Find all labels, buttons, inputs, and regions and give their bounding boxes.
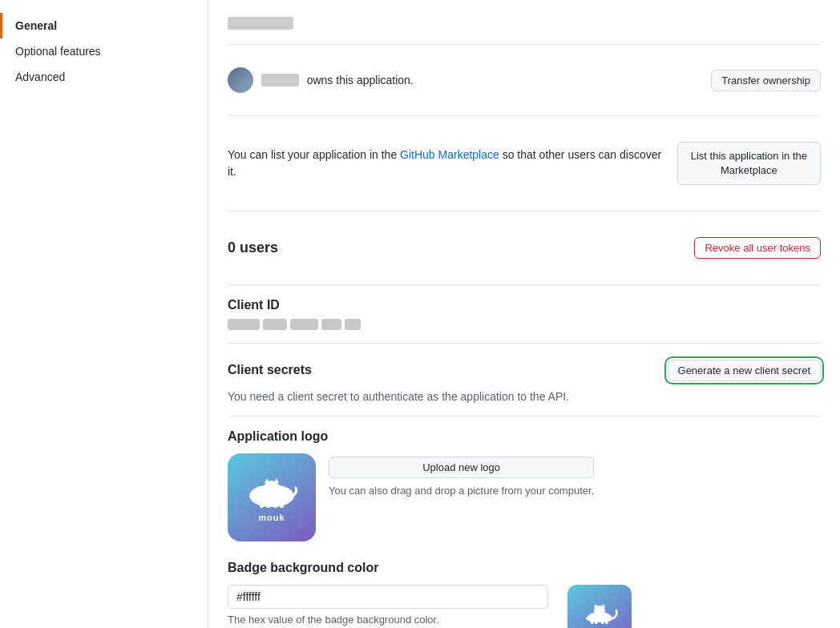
main-content: owns this application. Transfer ownershi… [208,0,840,628]
badge-preview: mouk [567,585,632,628]
marketplace-section: You can list your application in the Git… [228,129,821,198]
client-secrets-desc: You need a client secret to authenticate… [228,390,821,403]
badge-label: Badge background color [228,561,821,575]
list-marketplace-button[interactable]: List this application in the Marketplace [677,142,821,185]
svg-rect-13 [595,620,598,624]
marketplace-desc-prefix: You can list your application in the [228,148,400,161]
sidebar-item-general[interactable]: General [0,13,208,38]
logo-upload-area: mouk Upload new logo You can also drag a… [228,453,821,541]
logo-cat-icon [244,473,300,509]
svg-marker-4 [274,478,279,483]
client-id-section: Client ID [228,298,821,330]
app-title-blurred [228,17,293,30]
divider-5 [228,343,821,344]
svg-rect-15 [605,620,608,624]
client-secrets-row: Client secrets Generate a new client sec… [228,356,821,384]
transfer-ownership-button[interactable]: Transfer ownership [711,70,821,91]
svg-marker-3 [265,478,269,483]
badge-cat-icon [580,601,620,625]
upload-logo-button[interactable]: Upload new logo [329,457,594,478]
divider-2 [228,115,821,116]
badge-row: #ffffff The hex value of the badge backg… [228,585,821,628]
svg-marker-11 [601,604,605,607]
badge-section: Badge background color #ffffff The hex v… [228,561,821,628]
application-logo-section: Application logo [228,429,821,541]
svg-rect-7 [273,501,277,508]
divider-3 [228,211,821,211]
svg-rect-8 [280,501,284,508]
ownership-left: owns this application. [228,67,414,93]
owner-name-blurred [261,74,299,87]
avatar [228,67,253,93]
generate-client-secret-button[interactable]: Generate a new client secret [668,360,821,381]
sidebar-item-optional-features[interactable]: Optional features [0,38,208,64]
owns-text: owns this application. [307,74,414,87]
svg-rect-5 [260,501,264,508]
badge-hint: The hex value of the badge background co… [228,614,548,626]
sidebar: General Optional features Advanced [0,0,208,628]
svg-rect-6 [266,501,270,508]
badge-input-wrapper: #ffffff The hex value of the badge backg… [228,585,548,626]
app-title [228,13,821,31]
svg-rect-12 [591,620,594,624]
svg-rect-14 [601,620,604,624]
avatar-image [228,67,253,93]
client-id-value [228,319,821,330]
client-id-label: Client ID [228,298,821,312]
upload-right: Upload new logo You can also drag and dr… [329,453,594,497]
application-logo-label: Application logo [228,429,821,444]
marketplace-text: You can list your application in the Git… [228,147,664,180]
svg-marker-10 [594,604,598,607]
sidebar-item-advanced[interactable]: Advanced [0,64,208,90]
divider-6 [228,416,821,417]
upload-hint: You can also drag and drop a picture fro… [329,485,594,497]
divider-1 [228,44,821,45]
badge-color-input[interactable]: #ffffff [228,585,548,609]
client-secrets-section: Client secrets Generate a new client sec… [228,356,821,403]
logo-name-text: mouk [258,513,285,522]
ownership-row: owns this application. Transfer ownershi… [228,58,821,103]
divider-4 [228,284,821,285]
client-secrets-label: Client secrets [228,363,312,377]
users-row: 0 users Revoke all user tokens [228,224,821,272]
revoke-tokens-button[interactable]: Revoke all user tokens [694,237,821,259]
logo-preview: mouk [228,453,316,541]
users-count: 0 users [228,240,278,256]
github-marketplace-link[interactable]: GitHub Marketplace [400,148,499,161]
